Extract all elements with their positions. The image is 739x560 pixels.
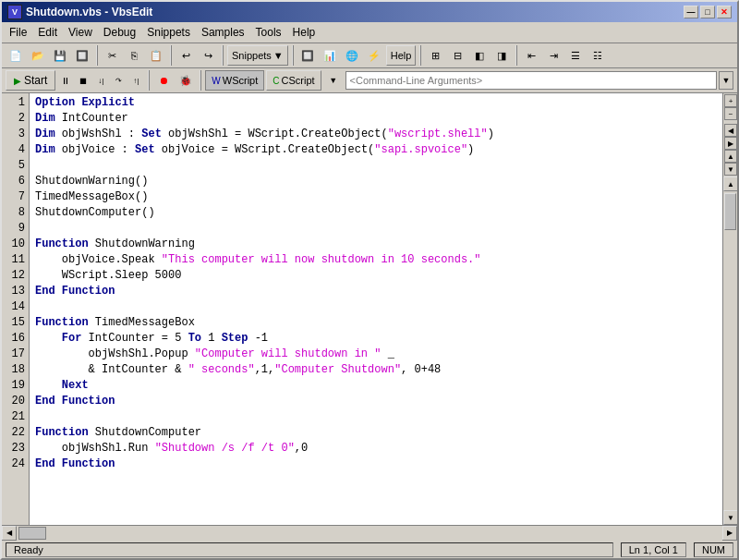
indent-btn2[interactable]: ⇥ <box>543 45 563 66</box>
help-button[interactable]: Help <box>386 45 417 66</box>
icon-btn1[interactable]: 🔲 <box>297 45 318 66</box>
menu-view[interactable]: View <box>63 24 98 41</box>
start-label: Start <box>24 74 47 87</box>
copy-button[interactable]: ⎘ <box>124 45 144 66</box>
sep8 <box>200 70 201 91</box>
status-ready: Ready <box>6 542 613 557</box>
title-bar: V Shutdown.vbs - VbsEdit — □ ✕ <box>2 2 737 22</box>
icon-btn2[interactable]: 📊 <box>320 45 340 66</box>
indent-btn1[interactable]: ⇤ <box>521 45 541 66</box>
side-btn6[interactable]: ▼ <box>724 163 737 176</box>
breakpoint-button[interactable]: ⏺ <box>153 70 174 91</box>
sep7 <box>148 70 150 91</box>
main-window: V Shutdown.vbs - VbsEdit — □ ✕ File Edit… <box>0 0 739 560</box>
nav-btn2[interactable]: ⊟ <box>447 45 467 66</box>
nav-btn3[interactable]: ◧ <box>469 45 490 66</box>
wscript-button[interactable]: W WScript <box>205 70 264 91</box>
toolbar-row1: 📄 📂 💾 🔲 ✂ ⎘ 📋 ↩ ↪ Snippets ▼ 🔲 📊 🌐 ⚡ Hel… <box>2 43 737 68</box>
save-button[interactable]: 💾 <box>50 45 70 66</box>
icon-btn4[interactable]: ⚡ <box>364 45 384 66</box>
help-label: Help <box>391 50 412 61</box>
step-into-button[interactable]: ↓| <box>92 70 109 91</box>
play-controls: ⏸ ⏹ ↓| ↷ ↑| <box>57 70 144 91</box>
menu-snippets[interactable]: Snippets <box>141 24 196 41</box>
indent-btn3[interactable]: ☰ <box>565 45 586 66</box>
step-over-button[interactable]: ↷ <box>110 70 127 91</box>
status-mode: NUM <box>694 542 733 557</box>
cmdline-input[interactable] <box>345 71 717 90</box>
vertical-scrollbar: + − ◀ ▶ ▲ ▼ ▲ ▼ <box>722 93 737 525</box>
cscript-label: CScript <box>282 75 315 86</box>
cmdline-arrow[interactable]: ▼ <box>719 71 733 90</box>
menu-samples[interactable]: Samples <box>196 24 250 41</box>
horizontal-scrollbar: ◀ ▶ <box>2 525 737 540</box>
scroll-down-button[interactable]: ▼ <box>723 510 737 525</box>
menu-help[interactable]: Help <box>287 24 321 41</box>
scroll-right-button[interactable]: ▶ <box>722 526 737 541</box>
editor-container: 123456789101112131415161718192021222324 … <box>2 93 737 525</box>
wscript-label: WScript <box>223 75 259 86</box>
file-icon-button[interactable]: 🔲 <box>72 45 92 66</box>
window-title: Shutdown.vbs - VbsEdit <box>26 6 152 18</box>
side-btn1[interactable]: + <box>724 94 737 107</box>
menu-file[interactable]: File <box>4 24 32 41</box>
sep6 <box>515 45 517 66</box>
toolbar-row2: ▶ Start ⏸ ⏹ ↓| ↷ ↑| ⏺ 🐞 W WScript C CScr… <box>2 68 737 93</box>
pause-button[interactable]: ⏸ <box>57 70 74 91</box>
nav-btn4[interactable]: ◨ <box>491 45 512 66</box>
snippets-arrow: ▼ <box>273 50 284 61</box>
undo-button[interactable]: ↩ <box>176 45 196 66</box>
scroll-track-h <box>17 526 722 541</box>
debug-btn2[interactable]: 🐞 <box>176 70 196 91</box>
scroll-thumb-v[interactable] <box>724 193 736 230</box>
side-btn5[interactable]: ▲ <box>724 150 737 163</box>
snippets-button[interactable]: Snippets ▼ <box>227 45 288 66</box>
snippets-label: Snippets <box>232 50 272 61</box>
side-buttons: + − <box>723 93 737 121</box>
sep1 <box>96 45 98 66</box>
scroll-thumb-h[interactable] <box>18 527 46 540</box>
icon-btn3[interactable]: 🌐 <box>342 45 362 66</box>
title-bar-left: V Shutdown.vbs - VbsEdit <box>7 5 152 19</box>
cut-button[interactable]: ✂ <box>102 45 122 66</box>
new-button[interactable]: 📄 <box>6 45 26 66</box>
open-button[interactable]: 📂 <box>28 45 48 66</box>
editor-area: 123456789101112131415161718192021222324 … <box>2 93 722 525</box>
minimize-button[interactable]: — <box>684 6 698 18</box>
side-buttons2: ◀ ▶ ▲ ▼ <box>723 123 737 177</box>
status-bar: Ready Ln 1, Col 1 NUM <box>2 540 737 558</box>
bottom-bar: ◀ ▶ Ready Ln 1, Col 1 NUM <box>2 525 737 558</box>
engine-arrow[interactable]: ▼ <box>323 70 344 91</box>
paste-button[interactable]: 📋 <box>146 45 166 66</box>
menu-edit[interactable]: Edit <box>32 24 63 41</box>
sep3 <box>222 45 224 66</box>
title-bar-buttons: — □ ✕ <box>684 6 732 18</box>
line-numbers: 123456789101112131415161718192021222324 <box>2 93 30 525</box>
start-button[interactable]: ▶ Start <box>6 70 55 91</box>
side-btn2[interactable]: − <box>724 107 737 120</box>
sep2 <box>170 45 172 66</box>
redo-button[interactable]: ↪ <box>198 45 218 66</box>
sep5 <box>419 45 421 66</box>
scroll-up-button[interactable]: ▲ <box>723 177 737 191</box>
sep4 <box>292 45 294 66</box>
step-out-button[interactable]: ↑| <box>127 70 144 91</box>
play-icon: ▶ <box>14 76 21 86</box>
side-btn4[interactable]: ▶ <box>724 137 737 150</box>
nav-btn1[interactable]: ⊞ <box>425 45 445 66</box>
indent-btn4[interactable]: ☷ <box>588 45 608 66</box>
app-icon: V <box>7 5 22 19</box>
scroll-left-button[interactable]: ◀ <box>2 526 17 541</box>
cscript-button[interactable]: C CScript <box>266 70 321 91</box>
menu-tools[interactable]: Tools <box>250 24 287 41</box>
menu-debug[interactable]: Debug <box>98 24 141 41</box>
scroll-track-v <box>723 191 737 510</box>
menu-bar: File Edit View Debug Snippets Samples To… <box>2 22 737 43</box>
maximize-button[interactable]: □ <box>700 6 715 18</box>
code-editor[interactable]: Option ExplicitDim IntCounterDim objWshS… <box>30 93 722 525</box>
stop-button[interactable]: ⏹ <box>75 70 91 91</box>
status-position: Ln 1, Col 1 <box>621 542 686 557</box>
side-btn3[interactable]: ◀ <box>724 124 737 137</box>
close-button[interactable]: ✕ <box>717 6 732 18</box>
